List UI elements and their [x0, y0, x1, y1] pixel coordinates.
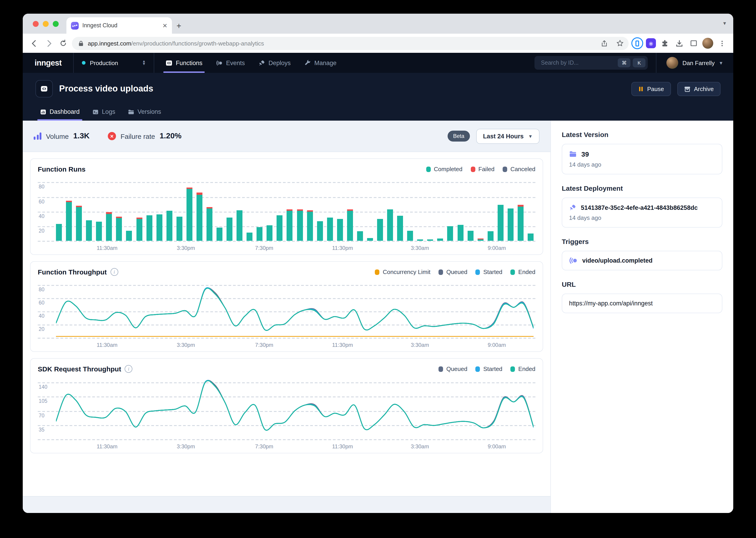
- legend-swatch: [375, 269, 380, 275]
- series-started: [56, 380, 534, 430]
- bar: [488, 231, 493, 241]
- bookmark-star-icon[interactable]: [614, 37, 626, 49]
- trigger-card[interactable]: video/upload.completed: [562, 251, 722, 270]
- environment-selector[interactable]: Production ▲▼: [74, 53, 154, 73]
- legend-swatch: [503, 166, 507, 172]
- failure-x-icon: ✕: [108, 132, 116, 140]
- screenshot-canvas: Inngest Cloud ✕ + ▾ app.inngest.com/env/…: [0, 0, 756, 538]
- line-chart-svg: [56, 282, 534, 338]
- deployment-age: 14 days ago: [569, 214, 715, 221]
- x-axis-tick: 9:00am: [488, 342, 506, 348]
- functions-code-icon: [166, 59, 173, 66]
- chart-title: SDK Request Throughput: [38, 365, 121, 373]
- legend-item[interactable]: Started: [476, 269, 502, 275]
- user-menu[interactable]: Dan Farrelly ▼: [656, 53, 733, 73]
- tab-versions[interactable]: Versions: [123, 104, 166, 121]
- legend-swatch: [471, 166, 475, 172]
- lock-icon: [78, 40, 84, 46]
- series-ended: [56, 288, 534, 330]
- sidebar-toggle-icon[interactable]: [688, 37, 700, 49]
- environment-updown-icon: ▲▼: [142, 60, 146, 66]
- nav-item-events[interactable]: Events: [210, 53, 251, 73]
- bar: [166, 211, 172, 241]
- zoom-window-button[interactable]: [53, 21, 59, 27]
- info-icon[interactable]: i: [110, 268, 118, 276]
- tab-label: Logs: [102, 108, 115, 115]
- purple-extension-icon[interactable]: ◉: [646, 38, 656, 48]
- bar: [347, 209, 353, 241]
- legend-item[interactable]: Completed: [426, 166, 463, 173]
- tab-title: Inngest Cloud: [82, 22, 159, 29]
- y-axis-tick: 40: [39, 313, 45, 319]
- legend-item[interactable]: Queued: [439, 269, 467, 275]
- password-manager-extension-icon[interactable]: [631, 37, 643, 49]
- x-axis-tick: 9:00am: [488, 245, 506, 251]
- back-icon[interactable]: [28, 37, 40, 49]
- user-avatar: [667, 57, 679, 69]
- browser-profile-avatar[interactable]: [702, 38, 713, 49]
- y-axis-tick: 60: [39, 300, 45, 305]
- reload-icon[interactable]: [57, 37, 69, 49]
- bar: [66, 200, 72, 241]
- minimize-window-button[interactable]: [43, 21, 49, 27]
- legend-swatch: [426, 166, 431, 172]
- search-box[interactable]: ⌘ K: [535, 56, 648, 70]
- url-text: app.inngest.com/env/production/functions…: [88, 40, 594, 47]
- tab-search-chevron-icon[interactable]: ▾: [723, 20, 726, 27]
- new-tab-button[interactable]: +: [176, 22, 181, 30]
- browser-tab[interactable]: Inngest Cloud ✕: [67, 17, 172, 34]
- bar: [257, 227, 263, 241]
- archive-label: Archive: [694, 85, 714, 92]
- x-axis-tick: 3:30pm: [177, 342, 195, 348]
- nav-item-manage[interactable]: Manage: [299, 53, 343, 73]
- share-icon[interactable]: [598, 37, 610, 49]
- url-card[interactable]: https://my-app.com/api/inngest: [562, 294, 722, 313]
- url-bar[interactable]: app.inngest.com/env/production/functions…: [72, 37, 629, 50]
- time-range-dropdown[interactable]: Last 24 Hours ▼: [476, 129, 540, 143]
- nav-item-deploys[interactable]: Deploys: [253, 53, 297, 73]
- bar: [337, 219, 343, 241]
- bar: [327, 217, 333, 241]
- function-throughput-card: Function Throughput i Concurrency LimitQ…: [30, 261, 543, 352]
- extensions-puzzle-icon[interactable]: [659, 37, 671, 49]
- legend-item[interactable]: Canceled: [503, 166, 535, 173]
- legend-item[interactable]: Failed: [471, 166, 495, 173]
- nav-item-functions[interactable]: Functions: [160, 53, 208, 73]
- info-icon[interactable]: i: [125, 365, 133, 373]
- forward-icon[interactable]: [43, 37, 55, 49]
- charts-column: Function Runs CompletedFailedCanceled 20…: [23, 152, 550, 513]
- tab-dashboard[interactable]: Dashboard: [35, 104, 84, 121]
- x-axis-tick: 3:30pm: [177, 443, 195, 450]
- user-name: Dan Farrelly: [683, 59, 715, 66]
- bar: [377, 219, 383, 241]
- latest-deployment-card[interactable]: 5141387e-35c2-4efe-a421-4843b86258dc 14 …: [562, 197, 722, 228]
- legend-item[interactable]: Ended: [511, 365, 535, 372]
- version-number: 39: [581, 150, 589, 158]
- volume-label: Volume: [46, 132, 69, 140]
- download-icon[interactable]: [673, 37, 685, 49]
- bar: [216, 228, 222, 241]
- x-axis-tick: 11:30pm: [332, 342, 353, 348]
- page-tabs: Dashboard Logs Versions: [35, 104, 721, 121]
- legend-item[interactable]: Ended: [511, 269, 535, 275]
- archive-button[interactable]: Archive: [677, 82, 721, 96]
- divider: [154, 53, 155, 73]
- shortcut-cmd-key: ⌘: [618, 58, 631, 67]
- bar: [448, 226, 453, 241]
- browser-menu-icon[interactable]: [716, 37, 728, 49]
- bar: [207, 207, 213, 241]
- tab-logs[interactable]: Logs: [88, 104, 120, 121]
- legend-item[interactable]: Queued: [439, 365, 467, 372]
- close-window-button[interactable]: [33, 21, 39, 27]
- legend-swatch: [476, 269, 480, 275]
- legend-item[interactable]: Concurrency Limit: [375, 269, 431, 275]
- y-axis-tick: 20: [39, 228, 45, 234]
- legend-item[interactable]: Started: [476, 365, 502, 372]
- x-axis-tick: 3:30pm: [177, 245, 195, 251]
- inngest-favicon: [71, 22, 79, 29]
- tab-close-icon[interactable]: ✕: [163, 23, 167, 28]
- pause-button[interactable]: Pause: [631, 82, 671, 96]
- bar: [237, 210, 242, 241]
- search-input[interactable]: [540, 59, 616, 67]
- latest-version-card[interactable]: 39 14 days ago: [562, 144, 722, 174]
